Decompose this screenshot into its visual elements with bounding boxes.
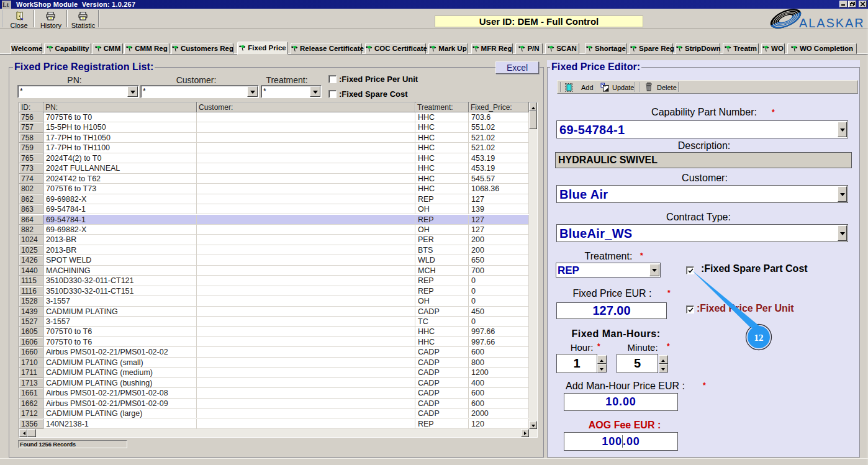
svg-text:Lt: Lt [2,1,9,8]
svg-text:ALASKAR: ALASKAR [799,16,865,29]
svg-text:12: 12 [754,333,764,343]
